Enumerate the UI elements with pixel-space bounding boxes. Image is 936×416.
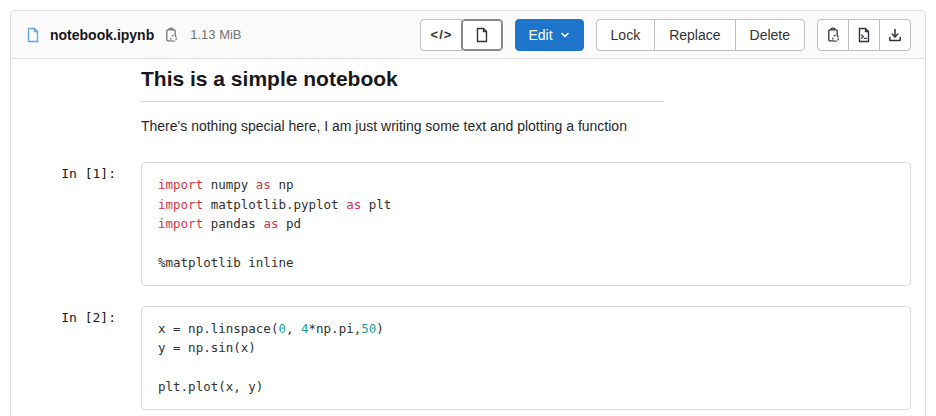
file-ops-group: Lock Replace Delete <box>596 19 805 51</box>
file-icon <box>25 27 41 43</box>
view-toggle-group: </> <box>420 19 503 51</box>
cell-prompt: In [1]: <box>11 162 141 286</box>
download-icon <box>887 27 903 43</box>
raw-file-icon <box>856 27 872 43</box>
notebook-intro-text: There's nothing special here, I am just … <box>141 118 664 134</box>
document-icon <box>474 27 490 43</box>
file-info: notebook.ipynb 1.13 MiB <box>25 27 242 43</box>
notebook-render-area: This is a simple notebook There's nothin… <box>11 59 925 410</box>
code-brackets-icon: </> <box>431 27 453 42</box>
file-name: notebook.ipynb <box>50 27 154 43</box>
notebook-cell: In [2]:x = np.linspace(0, 4*np.pi,50)y =… <box>11 306 925 410</box>
code-line: y = np.sin(x) <box>158 338 894 358</box>
file-viewer-card: notebook.ipynb 1.13 MiB </> <box>10 10 926 416</box>
cell-prompt: In [2]: <box>11 306 141 410</box>
notebook-title: This is a simple notebook <box>141 65 664 102</box>
lock-button[interactable]: Lock <box>596 19 656 51</box>
open-raw-button[interactable] <box>848 19 880 51</box>
replace-button[interactable]: Replace <box>654 19 735 51</box>
chevron-down-icon <box>559 29 571 41</box>
download-button[interactable] <box>879 19 911 51</box>
edit-button-label: Edit <box>528 27 552 43</box>
code-cell: import numpy as npimport matplotlib.pypl… <box>141 162 911 286</box>
file-header-bar: notebook.ipynb 1.13 MiB </> <box>11 11 925 59</box>
code-line: import pandas as pd <box>158 214 894 234</box>
code-line <box>158 234 894 254</box>
copy-file-path-icon[interactable] <box>163 27 179 43</box>
display-source-button[interactable]: </> <box>420 19 462 51</box>
file-size: 1.13 MiB <box>190 27 241 42</box>
display-rendered-button[interactable] <box>461 19 503 51</box>
notebook-cells: In [1]:import numpy as npimport matplotl… <box>11 162 925 410</box>
code-line <box>158 358 894 378</box>
code-line: import matplotlib.pyplot as plt <box>158 195 894 215</box>
code-line: %matplotlib inline <box>158 253 894 273</box>
notebook-cell: In [1]:import numpy as npimport matplotl… <box>11 162 925 286</box>
code-line: plt.plot(x, y) <box>158 377 894 397</box>
markdown-cell: This is a simple notebook There's nothin… <box>141 65 664 134</box>
code-cell: x = np.linspace(0, 4*np.pi,50)y = np.sin… <box>141 306 911 410</box>
code-line: import numpy as np <box>158 175 894 195</box>
copy-contents-icon <box>825 27 841 43</box>
code-line: x = np.linspace(0, 4*np.pi,50) <box>158 319 894 339</box>
edit-dropdown-button[interactable]: Edit <box>515 19 583 51</box>
file-utility-group <box>817 19 911 51</box>
copy-contents-button[interactable] <box>817 19 849 51</box>
file-actions: </> Edit <box>420 19 911 51</box>
delete-button[interactable]: Delete <box>735 19 805 51</box>
